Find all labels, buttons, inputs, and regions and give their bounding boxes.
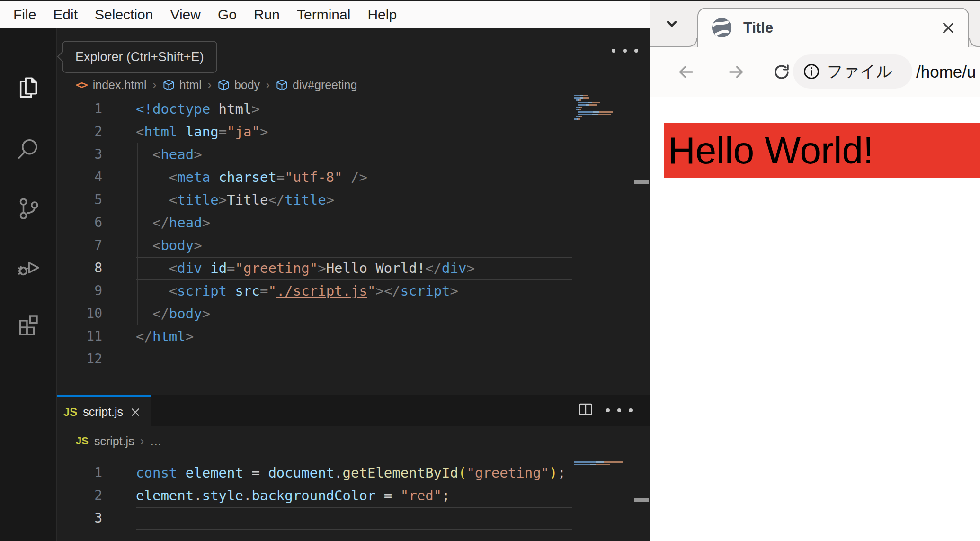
extensions-icon[interactable] <box>15 311 42 338</box>
panel-actions <box>577 395 633 425</box>
code-line[interactable]: 1const element = document.getElementById… <box>57 461 633 484</box>
current-line-highlight <box>136 507 572 530</box>
overview-ruler-border <box>633 95 633 395</box>
line-number: 11 <box>57 325 102 348</box>
tab-label: script.js <box>83 405 123 419</box>
close-tab-icon[interactable] <box>941 20 956 36</box>
info-icon <box>802 63 820 81</box>
line-number: 12 <box>57 348 102 370</box>
tab-search-chevron-icon[interactable] <box>660 12 683 35</box>
tab-script-js[interactable]: JS script.js <box>57 395 151 427</box>
site-info-chip[interactable]: ファイル <box>793 54 912 89</box>
menu-item-view[interactable]: View <box>161 7 209 23</box>
line-number: 8 <box>57 257 102 280</box>
source-control-icon[interactable] <box>15 195 42 222</box>
overview-ruler-cursor-marker[interactable] <box>634 180 649 184</box>
minimap-line <box>574 97 589 99</box>
minimap[interactable] <box>574 461 632 466</box>
run-debug-icon[interactable] <box>15 254 42 281</box>
tab-title: Title <box>743 19 773 36</box>
line-number: 9 <box>57 280 102 302</box>
breadcrumb-separator: › <box>152 78 157 92</box>
code-line[interactable]: 12 <box>57 348 633 370</box>
minimap-line <box>574 461 623 463</box>
explorer-tooltip: Explorer (Ctrl+Shift+E) <box>62 41 217 73</box>
overview-ruler-cursor-marker[interactable] <box>634 498 649 502</box>
breadcrumb-file[interactable]: script.js <box>94 434 134 448</box>
breadcrumb-node[interactable]: div#greeting <box>293 78 357 92</box>
back-arrow-icon[interactable] <box>677 63 695 81</box>
more-actions-icon[interactable] <box>606 408 633 412</box>
line-number: 4 <box>57 166 102 189</box>
browser-tab[interactable]: Title <box>697 8 969 47</box>
code-line[interactable]: 5 <title>Title</title> <box>57 189 633 211</box>
browser-tab-strip: Title <box>650 1 980 47</box>
code-line[interactable]: 6 </head> <box>57 211 633 234</box>
line-number: 1 <box>57 98 102 120</box>
current-line-highlight <box>136 257 572 280</box>
code-line[interactable]: 7 <body> <box>57 234 633 257</box>
code-line[interactable]: 2<html lang="ja"> <box>57 120 633 143</box>
indent-guide <box>137 143 138 325</box>
menu-item-file[interactable]: File <box>5 7 45 23</box>
code-line[interactable]: 1<!doctype html> <box>57 98 633 120</box>
code-line[interactable]: 2element.style.backgroundColor = "red"; <box>57 484 633 507</box>
minimap[interactable] <box>574 95 632 121</box>
line-number: 3 <box>57 507 102 530</box>
js-file-icon: JS <box>63 406 77 419</box>
breadcrumb-more[interactable]: … <box>150 434 162 448</box>
breadcrumb[interactable]: <>index.html›html›body›div#greeting <box>76 73 357 96</box>
code-line[interactable]: 3 <head> <box>57 143 633 166</box>
line-number: 7 <box>57 234 102 257</box>
chip-label: ファイル <box>827 61 892 82</box>
breadcrumb-file[interactable]: index.html <box>93 78 147 92</box>
html-file-icon: <> <box>76 79 87 91</box>
screenshot-root: FileEditSelectionViewGoRunTerminalHelp <box>0 0 980 541</box>
breadcrumb-node[interactable]: body <box>234 78 260 92</box>
code-line[interactable]: 9 <script src="./script.js"></script> <box>57 280 633 302</box>
line-number: 3 <box>57 143 102 166</box>
explorer-icon[interactable] <box>15 74 42 101</box>
menu-item-help[interactable]: Help <box>359 7 405 23</box>
menu-item-run[interactable]: Run <box>245 7 288 23</box>
minimap-line <box>578 102 600 103</box>
close-tab-icon[interactable] <box>130 406 141 418</box>
overview-ruler-border <box>633 461 633 541</box>
code-line[interactable]: 11</html> <box>57 325 633 348</box>
editor-more-actions-icon[interactable] <box>612 49 638 53</box>
symbol-cube-icon <box>162 79 175 91</box>
address-bar-url[interactable]: /home/u <box>916 47 980 97</box>
activity-bar <box>0 28 57 541</box>
reload-icon[interactable] <box>772 63 791 81</box>
symbol-cube-icon <box>217 79 230 91</box>
search-icon[interactable] <box>15 136 42 162</box>
minimap-line <box>578 104 597 106</box>
line-number: 1 <box>57 461 102 484</box>
minimap-line <box>574 118 580 120</box>
symbol-cube-icon <box>276 79 288 91</box>
menu-item-selection[interactable]: Selection <box>86 7 161 23</box>
tooltip-text: Explorer (Ctrl+Shift+E) <box>75 50 204 64</box>
window-top-edge <box>0 0 980 1</box>
breadcrumb-separator: › <box>266 78 270 92</box>
menu-item-terminal[interactable]: Terminal <box>288 7 359 23</box>
js-file-icon: JS <box>76 435 89 447</box>
minimap-line <box>578 114 611 115</box>
menu-item-edit[interactable]: Edit <box>45 7 86 23</box>
minimap-line <box>578 111 613 113</box>
minimap-line <box>576 107 582 108</box>
globe-favicon-icon <box>711 17 733 39</box>
tab-curve <box>689 38 697 47</box>
code-line[interactable]: 10 </body> <box>57 302 633 325</box>
menu-item-go[interactable]: Go <box>209 7 245 23</box>
split-editor-icon[interactable] <box>577 400 595 420</box>
breadcrumb-node[interactable]: html <box>179 78 202 92</box>
browser-toolbar: ファイル /home/u <box>650 47 980 97</box>
panel-breadcrumb[interactable]: JSscript.js›… <box>76 427 162 455</box>
minimap-line <box>574 464 610 465</box>
code-editor-html[interactable]: 1<!doctype html>2<html lang="ja">3 <head… <box>57 98 633 395</box>
forward-arrow-icon[interactable] <box>727 63 746 81</box>
minimap-line <box>576 109 581 110</box>
page-heading: Hello World! <box>668 129 873 172</box>
code-line[interactable]: 4 <meta charset="utf-8" /> <box>57 166 633 189</box>
